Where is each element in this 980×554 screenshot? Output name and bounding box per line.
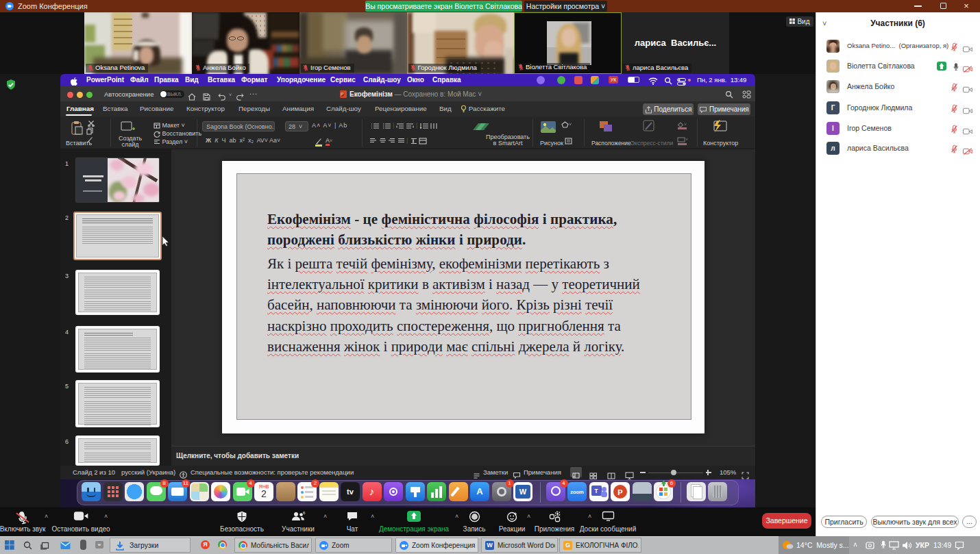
svg-text:6: 6 [303, 511, 306, 515]
svg-text:P: P [341, 92, 344, 97]
